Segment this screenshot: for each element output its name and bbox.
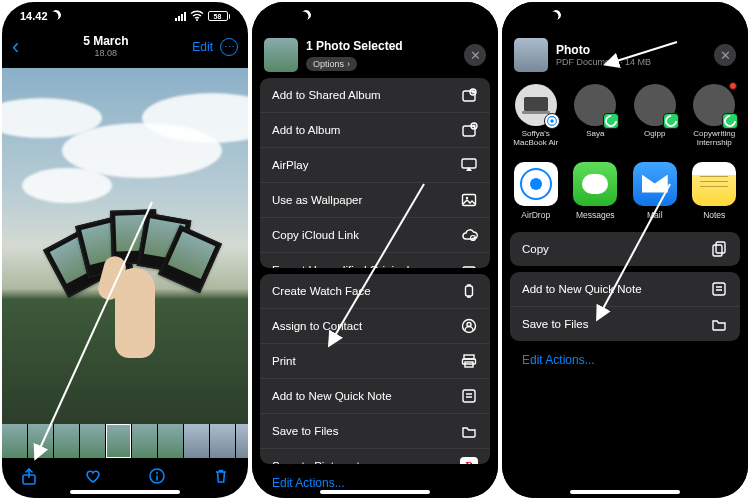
action-row[interactable]: Print [260, 344, 490, 379]
svg-rect-26 [524, 97, 548, 111]
edit-actions-link[interactable]: Edit Actions... [260, 470, 490, 490]
files-icon [710, 315, 728, 333]
sheet-thumbnail [264, 38, 298, 72]
quicknote-icon [460, 387, 478, 405]
target-label: Soffya's MacBook Air [511, 130, 561, 148]
export-icon [460, 261, 478, 268]
notes-app-icon [692, 162, 736, 206]
action-group-2: Add to New Quick NoteSave to Files [510, 272, 740, 341]
share-apps-row: AirDropMessagesMailNotes [502, 158, 748, 232]
action-label: AirPlay [272, 159, 308, 171]
action-row[interactable]: AirPlay [260, 148, 490, 183]
avatar [693, 84, 735, 126]
chevron-right-icon: › [347, 59, 350, 69]
action-row[interactable]: Copy [510, 232, 740, 266]
action-group-2: Create Watch FaceAssign to ContactPrintA… [260, 274, 490, 464]
action-row[interactable]: Add to New Quick Note [510, 272, 740, 307]
messages-app-icon [573, 162, 617, 206]
share-sheet: Photo PDF Document · 14 MB ✕ Soffya's Ma… [502, 30, 748, 498]
target-label: Copywriting Internship [689, 130, 739, 148]
status-time: 14.42 [20, 10, 48, 22]
share-app[interactable]: Messages [570, 162, 620, 220]
wallpaper-icon [460, 191, 478, 209]
edit-button[interactable]: Edit [192, 40, 213, 54]
photo-date: 5 March [83, 35, 128, 48]
sheet-title: 1 Photo Selected [306, 39, 456, 53]
options-button[interactable]: Options› [306, 57, 357, 71]
share-app[interactable]: Notes [689, 162, 739, 220]
home-indicator[interactable] [570, 490, 680, 494]
airdrop-badge-icon [544, 113, 560, 129]
action-row[interactable]: Save to PinterestP [260, 449, 490, 464]
whatsapp-badge-icon [603, 113, 619, 129]
action-row[interactable]: Add to Shared Album [260, 78, 490, 113]
close-button[interactable]: ✕ [464, 44, 486, 66]
mail-app-icon [633, 162, 677, 206]
copy-icon [710, 240, 728, 258]
close-button[interactable]: ✕ [714, 44, 736, 66]
svg-point-29 [550, 119, 554, 123]
action-label: Save to Files [522, 318, 588, 330]
sheet-thumbnail [514, 38, 548, 72]
share-target[interactable]: Copywriting Internship [689, 84, 739, 148]
more-button[interactable]: ⋯ [220, 38, 238, 56]
battery-icon: 58 [208, 11, 231, 21]
action-row[interactable]: Save to Files [510, 307, 740, 341]
action-row[interactable]: Copy iCloud Link [260, 218, 490, 253]
photo-header: ‹ 5 March 18.08 Edit ⋯ [2, 30, 248, 64]
info-button[interactable] [148, 467, 166, 490]
whatsapp-badge-icon [722, 113, 738, 129]
pinterest-icon: P [460, 457, 478, 464]
thumbnail-strip[interactable] [2, 424, 248, 458]
airdrop-app-icon [514, 162, 558, 206]
album-icon [460, 121, 478, 139]
action-row[interactable]: Add to New Quick Note [260, 379, 490, 414]
delete-button[interactable] [212, 467, 230, 490]
icloud-link-icon [460, 226, 478, 244]
back-button[interactable]: ‹ [12, 34, 19, 60]
action-label: Use as Wallpaper [272, 194, 362, 206]
action-label: Export Unmodified Original [272, 264, 409, 268]
notification-dot [729, 82, 737, 90]
signal-icon [175, 12, 186, 21]
action-label: Save to Pinterest [272, 460, 360, 464]
edit-actions-link[interactable]: Edit Actions... [510, 347, 740, 367]
avatar [515, 84, 557, 126]
action-row[interactable]: Add to Album [260, 113, 490, 148]
quicknote-icon [710, 280, 728, 298]
share-button[interactable] [20, 467, 38, 490]
share-target[interactable]: Saya [570, 84, 620, 148]
share-app[interactable]: Mail [630, 162, 680, 220]
dnd-moon-icon [49, 8, 63, 22]
shared-album-icon [460, 86, 478, 104]
action-row[interactable]: Create Watch Face [260, 274, 490, 309]
whatsapp-badge-icon [663, 113, 679, 129]
app-label: Notes [703, 210, 725, 220]
photo-viewport[interactable] [2, 68, 248, 424]
action-label: Add to Album [272, 124, 340, 136]
target-label: Saya [586, 130, 604, 139]
action-label: Assign to Contact [272, 320, 362, 332]
action-row[interactable]: Assign to Contact [260, 309, 490, 344]
home-indicator[interactable] [320, 490, 430, 494]
favorite-button[interactable] [84, 467, 102, 490]
action-label: Add to New Quick Note [272, 390, 392, 402]
app-label: AirDrop [521, 210, 550, 220]
app-label: Mail [647, 210, 663, 220]
app-label: Messages [576, 210, 615, 220]
action-row[interactable]: Save to Files [260, 414, 490, 449]
share-sheet: 1 Photo Selected Options› ✕ Add to Share… [252, 30, 498, 498]
phone-share-actions: 14.42 58 1 Photo Selected Options› ✕ Add… [252, 2, 498, 498]
share-app[interactable]: AirDrop [511, 162, 561, 220]
action-label: Add to Shared Album [272, 89, 381, 101]
share-target[interactable]: Soffya's MacBook Air [511, 84, 561, 148]
share-target[interactable]: Ogipp [630, 84, 680, 148]
action-row[interactable]: Use as Wallpaper [260, 183, 490, 218]
sheet-subtitle: PDF Document · 14 MB [556, 57, 706, 67]
sheet-title: Photo [556, 43, 706, 57]
contact-icon [460, 317, 478, 335]
home-indicator[interactable] [70, 490, 180, 494]
avatar [574, 84, 616, 126]
action-row[interactable]: Export Unmodified Original [260, 253, 490, 268]
print-icon [460, 352, 478, 370]
